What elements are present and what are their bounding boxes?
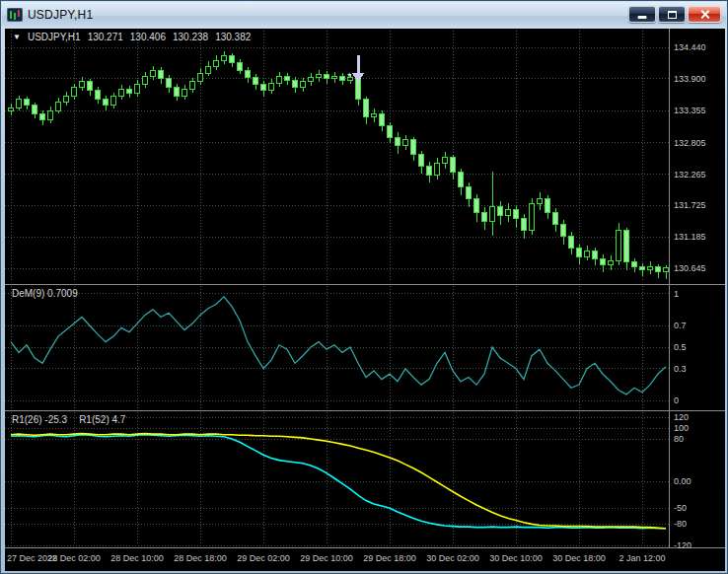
window-controls — [628, 6, 721, 23]
down-arrow-annotation[interactable]: * — [347, 55, 364, 83]
svg-text:0.00: 0.00 — [674, 476, 692, 486]
svg-text:133.900: 133.900 — [674, 74, 706, 84]
dem-line — [11, 297, 666, 395]
ohlc-open: 130.271 — [88, 32, 123, 42]
svg-text:100: 100 — [674, 423, 689, 433]
svg-text:130.645: 130.645 — [674, 263, 706, 273]
close-button[interactable] — [688, 6, 721, 23]
candles-layer — [9, 51, 669, 279]
ohlc-high: 130.406 — [130, 32, 166, 42]
dem-indicator-label: DeM(9) 0.7009 — [12, 288, 78, 299]
restore-icon — [668, 11, 677, 19]
svg-text:-120: -120 — [674, 540, 692, 550]
dem-axis-labels: 10.70.50.30 — [674, 289, 687, 406]
symbol-dropdown-icon[interactable]: ▼ — [13, 33, 21, 41]
svg-text:30 Dec 10:00: 30 Dec 10:00 — [489, 553, 543, 563]
svg-text:30 Dec 18:00: 30 Dec 18:00 — [552, 553, 606, 563]
chart-client-area: *134.440133.900133.355132.805132.265131.… — [5, 29, 725, 571]
svg-text:29 Dec 18:00: 29 Dec 18:00 — [363, 553, 416, 563]
svg-text:-80: -80 — [674, 519, 687, 529]
chart-window-icon — [7, 8, 23, 22]
rsi-indicator-labels: R1(26) -25.3 R1(52) 4.7 — [12, 414, 125, 425]
minimize-button[interactable] — [628, 6, 656, 23]
svg-text:0.7: 0.7 — [674, 321, 687, 330]
window-title: USDJPY,H1 — [28, 8, 93, 22]
svg-text:134.440: 134.440 — [674, 42, 706, 52]
minimize-icon — [638, 16, 647, 19]
mt4-chart-window: USDJPY,H1 *134.440133.900133.355132.8051… — [0, 0, 728, 574]
close-icon — [699, 9, 710, 20]
annotation-star-icon: * — [347, 71, 352, 83]
svg-text:29 Dec 02:00: 29 Dec 02:00 — [237, 553, 290, 563]
screen: { "window": { "title": "USDJPY,H1", "con… — [0, 0, 728, 574]
rsi52-label: R1(52) 4.7 — [79, 414, 125, 425]
svg-text:120: 120 — [674, 412, 689, 422]
svg-text:29 Dec 10:00: 29 Dec 10:00 — [300, 553, 353, 563]
svg-text:28 Dec 10:00: 28 Dec 10:00 — [110, 553, 164, 563]
window-titlebar[interactable]: USDJPY,H1 — [2, 2, 726, 27]
svg-text:28 Dec 18:00: 28 Dec 18:00 — [174, 553, 227, 563]
svg-text:132.265: 132.265 — [674, 170, 706, 179]
svg-text:30 Dec 02:00: 30 Dec 02:00 — [426, 553, 479, 563]
rsi26-label: R1(26) -25.3 — [12, 414, 67, 425]
svg-text:1: 1 — [674, 289, 679, 299]
price-axis-labels: 134.440133.900133.355132.805132.265131.7… — [674, 42, 706, 273]
chart-canvas[interactable]: *134.440133.900133.355132.805132.265131.… — [5, 29, 725, 571]
svg-text:0: 0 — [674, 395, 679, 405]
svg-text:132.805: 132.805 — [674, 138, 706, 148]
svg-text:-50: -50 — [674, 503, 687, 513]
svg-text:0.5: 0.5 — [674, 342, 687, 352]
svg-text:133.355: 133.355 — [674, 106, 706, 115]
ohlc-low: 130.238 — [173, 32, 208, 42]
svg-text:131.185: 131.185 — [674, 232, 706, 242]
svg-text:0.3: 0.3 — [674, 364, 687, 374]
ohlc-close: 130.382 — [215, 32, 251, 42]
svg-text:2 Jan 12:00: 2 Jan 12:00 — [619, 553, 665, 563]
svg-text:28 Dec 02:00: 28 Dec 02:00 — [47, 553, 101, 563]
ohlc-symbol: USDJPY,H1 — [28, 32, 81, 42]
grid-layer — [5, 31, 669, 545]
ohlc-header: ▼ USDJPY,H1 130.271 130.406 130.238 130.… — [13, 32, 251, 42]
svg-text:131.725: 131.725 — [674, 200, 706, 210]
rsi-axis-labels: 120100800.00-50-80-120 — [674, 412, 692, 550]
restore-button[interactable] — [658, 6, 686, 23]
svg-text:80: 80 — [674, 434, 684, 444]
time-axis-labels: 27 Dec 202228 Dec 02:0028 Dec 10:0028 De… — [7, 553, 666, 563]
